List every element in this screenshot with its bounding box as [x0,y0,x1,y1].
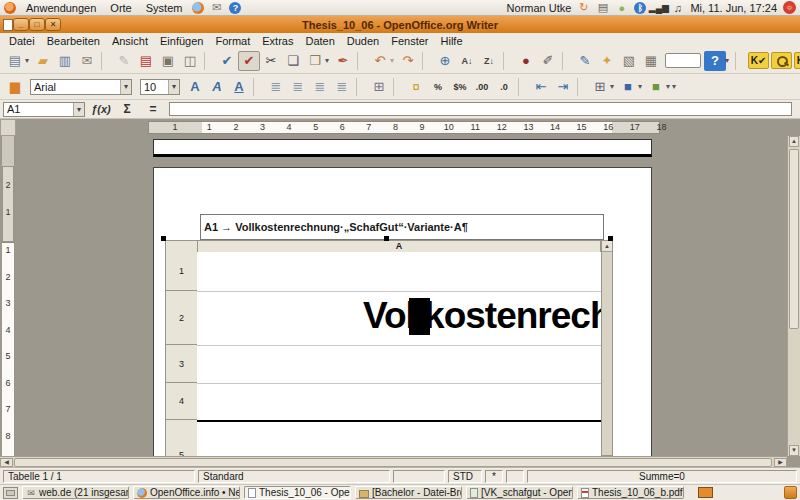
network-signal-icon[interactable]: ▂▄▆ [652,1,665,14]
duden-red-icon[interactable]: ● [515,51,537,71]
font-size-combo[interactable]: 10 ▾ [140,79,180,95]
menu-item[interactable]: Format [209,35,256,47]
duden-search-icon[interactable] [771,52,792,69]
italic-icon[interactable]: A [206,77,228,97]
percent-format-icon[interactable]: % [427,77,449,97]
task-openoffice-info[interactable]: OpenOffice.info • Ne... [133,486,240,499]
page-preview-icon[interactable]: ◫ [179,51,201,71]
row-header[interactable]: 3 [165,345,198,383]
background-color-dropdown[interactable]: ▾ [635,77,645,97]
sort-ascending-icon[interactable]: A↓ [456,51,478,71]
delete-decimal-icon[interactable]: .0 [493,77,515,97]
scroll-left-icon[interactable]: ◀ [0,458,13,467]
edit-file-icon[interactable]: ✎ [113,51,135,71]
sum-icon[interactable]: Σ [117,102,137,116]
table-caption-cell[interactable]: A1 → Vollkostenrechnung·„SchafGut“·Varia… [200,214,604,240]
equals-icon[interactable]: = [143,102,163,116]
menu-item[interactable]: Datei [3,35,41,47]
cut-icon[interactable]: ✂ [260,51,282,71]
chevron-down-icon[interactable]: ▾ [73,103,84,116]
panel-menu[interactable]: System [142,2,187,14]
task-webde[interactable]: ✉ web.de (21 insgesam... [22,486,129,499]
formula-input[interactable] [169,102,792,116]
duden-check-icon[interactable]: K✔ [748,52,769,69]
increase-indent-icon[interactable]: ⇥ [552,77,574,97]
menu-item[interactable]: Hilfe [435,35,469,47]
vertical-scroll-thumb[interactable] [789,149,799,329]
font-name-combo[interactable]: Arial ▾ [30,79,132,95]
update-notifier-icon[interactable]: ● [615,1,628,14]
scroll-up-icon[interactable]: ▲ [602,241,612,252]
decrease-indent-icon[interactable]: ⇤ [530,77,552,97]
show-desktop-button[interactable] [3,487,18,499]
align-center-icon[interactable]: ≣ [287,77,309,97]
zoom-combo[interactable] [665,53,701,68]
horizontal-scrollbar[interactable]: ◀ ▶ [0,456,787,467]
printer-icon[interactable]: ▤ [596,1,609,14]
quit-icon[interactable]: ○ [783,1,796,14]
gallery-icon[interactable]: ▧ [618,51,640,71]
export-pdf-icon[interactable]: ▤ [135,51,157,71]
horizontal-scroll-thumb[interactable] [14,458,772,467]
borders-dropdown[interactable]: ▾ [607,77,617,97]
clock[interactable]: Mi, 11. Jun, 17:24 [690,2,777,14]
sheet-vertical-scrollbar[interactable]: ▲ [601,240,613,456]
firefox-launcher-icon[interactable] [192,2,204,14]
scroll-down-icon[interactable]: ▼ [789,445,799,456]
row-header[interactable]: 2 [165,291,198,345]
ubuntu-logo-icon[interactable] [4,2,16,14]
menu-item[interactable]: Ansicht [106,35,154,47]
bluetooth-icon[interactable]: ᛒ [634,2,646,14]
selection-handle[interactable] [608,236,613,241]
horizontal-ruler[interactable]: 1 123456789101112131415161718 [0,119,800,136]
user-switch-icon[interactable]: ↻ [577,1,590,14]
undo-dropdown[interactable]: ▾ [387,51,397,71]
email-launcher-icon[interactable]: ✉ [210,1,223,14]
open-icon[interactable]: ▰ [32,51,54,71]
cell-reference-box[interactable]: A1 ▾ [3,102,85,117]
align-right-icon[interactable]: ≣ [309,77,331,97]
redo-icon[interactable]: ↷ [397,51,419,71]
volume-icon[interactable]: ♫ [671,1,684,14]
bold-icon[interactable]: A [184,77,206,97]
task-thesis-writer[interactable]: Thesis_10_06 - Open... [244,486,351,499]
duden-off-icon[interactable]: K✘ [794,52,800,69]
selection-handle[interactable] [384,236,389,241]
standard-format-icon[interactable]: $% [449,77,471,97]
vertical-scrollbar[interactable]: ▲ ▼ [787,136,800,456]
menu-item[interactable]: Einfügen [154,35,209,47]
sort-descending-icon[interactable]: Z↓ [478,51,500,71]
print-icon[interactable]: ▣ [157,51,179,71]
toolbar-overflow-arrow[interactable]: ▾ [722,51,732,71]
align-left-icon[interactable]: ≣ [265,77,287,97]
edit-pen-icon[interactable]: ✐ [537,51,559,71]
workspace-switcher[interactable] [698,487,713,498]
navigator-icon[interactable]: ✦ [596,51,618,71]
panel-menu[interactable]: Anwendungen [22,2,100,14]
task-vk-schafgut[interactable]: [VK_schafgut - Open... [466,486,573,499]
status-selection-mode[interactable]: STD [448,470,482,483]
scroll-right-icon[interactable]: ▶ [774,458,787,467]
menu-item[interactable]: Daten [299,35,340,47]
data-sources-icon[interactable]: ▦ [640,51,662,71]
merge-cells-icon[interactable]: ⊞ [368,77,390,97]
draw-functions-icon[interactable]: ✎ [574,51,596,71]
row-header[interactable]: 1 [165,252,198,291]
panel-menu[interactable]: Orte [106,2,135,14]
spellcheck-icon[interactable]: ✔ [216,51,238,71]
username-label[interactable]: Norman Utke [507,2,572,14]
sheet-grid[interactable]: Vollkostenrechn [197,252,601,456]
task-bachelor-browser[interactable]: [Bachelor - Datei-Bro... [355,486,462,499]
menu-item[interactable]: Bearbeiten [41,35,106,47]
add-decimal-icon[interactable]: .00 [471,77,493,97]
task-thesis-pdf[interactable]: Thesis_10_06_b.pdf [577,486,684,499]
scroll-up-icon[interactable]: ▲ [789,136,799,147]
chevron-down-icon[interactable]: ▾ [120,80,131,94]
copy-icon[interactable]: ❏ [282,51,304,71]
align-justified-icon[interactable]: ≣ [331,77,353,97]
currency-format-icon[interactable]: ¤ [405,77,427,97]
menu-item[interactable]: Extras [256,35,299,47]
menu-item[interactable]: Fenster [385,35,434,47]
paste-dropdown[interactable]: ▾ [322,51,332,71]
row-header[interactable]: 4 [165,383,198,420]
